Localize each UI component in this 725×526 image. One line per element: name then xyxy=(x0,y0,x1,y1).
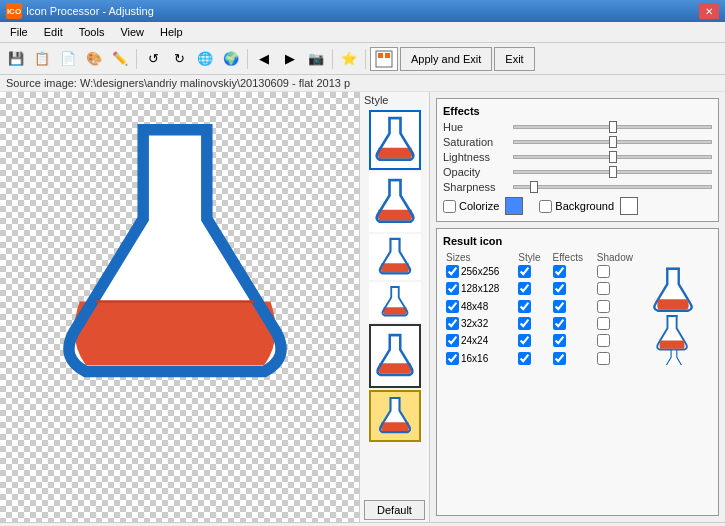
default-button[interactable]: Default xyxy=(364,500,425,520)
result-table: Sizes Style Effects Shadow 256x256 xyxy=(443,251,712,368)
size-256-style[interactable] xyxy=(518,265,531,278)
close-button[interactable]: ✕ xyxy=(699,3,719,19)
star-button[interactable]: ⭐ xyxy=(337,47,361,71)
svg-rect-9 xyxy=(389,335,401,337)
colorize-swatch[interactable] xyxy=(505,197,523,215)
menu-file[interactable]: File xyxy=(4,24,34,40)
flask-preview xyxy=(20,102,330,412)
size-32-shadow[interactable] xyxy=(597,317,610,330)
menu-view[interactable]: View xyxy=(114,24,150,40)
save-button[interactable]: 💾 xyxy=(4,47,28,71)
background-checkbox[interactable] xyxy=(539,200,552,213)
svg-rect-11 xyxy=(666,268,679,270)
right-panel: Effects Hue Saturation Lightness xyxy=(430,92,725,522)
toolbar: 💾 📋 📄 🎨 ✏️ ↺ ↻ 🌐 🌍 ◀ ▶ 📷 ⭐ Apply and Exi… xyxy=(0,43,725,75)
size-128-check[interactable] xyxy=(446,282,459,295)
svg-rect-2 xyxy=(385,53,390,58)
size-24-shadow[interactable] xyxy=(597,334,610,347)
style-thumb-5[interactable] xyxy=(369,324,421,388)
background-swatch[interactable] xyxy=(620,197,638,215)
svg-rect-12 xyxy=(667,315,678,317)
size-48-effects[interactable] xyxy=(553,300,566,313)
separator-3 xyxy=(332,49,333,69)
col-shadow: Shadow xyxy=(594,251,645,264)
app-title: Icon Processor - Adjusting xyxy=(26,5,154,17)
sharpness-slider-track[interactable] xyxy=(513,185,712,189)
opacity-slider-track[interactable] xyxy=(513,170,712,174)
camera-button[interactable]: 📷 xyxy=(304,47,328,71)
exit-button[interactable]: Exit xyxy=(494,47,534,71)
hue-slider-track[interactable] xyxy=(513,125,712,129)
separator-1 xyxy=(136,49,137,69)
web-button[interactable]: 🌍 xyxy=(219,47,243,71)
opacity-row: Opacity xyxy=(443,166,712,178)
style-thumb-3[interactable] xyxy=(369,234,421,280)
size-128-style[interactable] xyxy=(518,282,531,295)
saturation-label: Saturation xyxy=(443,136,513,148)
apply-exit-button[interactable]: Apply and Exit xyxy=(400,47,492,71)
size-256-shadow[interactable] xyxy=(597,265,610,278)
size-16-effects[interactable] xyxy=(553,352,566,365)
size-128-effects[interactable] xyxy=(553,282,566,295)
svg-rect-5 xyxy=(388,118,400,120)
size-24-style[interactable] xyxy=(518,334,531,347)
size-48-check[interactable] xyxy=(446,300,459,313)
rotate-left-button[interactable]: ↺ xyxy=(141,47,165,71)
sharpness-slider-thumb[interactable] xyxy=(530,181,538,193)
hue-label: Hue xyxy=(443,121,513,133)
size-32-check[interactable] xyxy=(446,317,459,330)
size-16-style[interactable] xyxy=(518,352,531,365)
result-table-header: Sizes Style Effects Shadow xyxy=(443,251,712,264)
table-row: 256x256 xyxy=(443,264,712,281)
lightness-slider-thumb[interactable] xyxy=(609,151,617,163)
menu-tools[interactable]: Tools xyxy=(73,24,111,40)
app-icon: ICO xyxy=(6,3,22,19)
color-wheel-button[interactable]: 🎨 xyxy=(82,47,106,71)
saturation-slider-thumb[interactable] xyxy=(609,136,617,148)
style-thumb-4[interactable] xyxy=(369,282,421,322)
opacity-slider-thumb[interactable] xyxy=(609,166,617,178)
size-16-shadow[interactable] xyxy=(597,352,610,365)
style-thumb-2[interactable] xyxy=(369,172,421,232)
hue-slider-thumb[interactable] xyxy=(609,121,617,133)
size-32-effects[interactable] xyxy=(553,317,566,330)
arrow-right-button[interactable]: ▶ xyxy=(278,47,302,71)
effects-title: Effects xyxy=(443,105,712,117)
globe-button[interactable]: 🌐 xyxy=(193,47,217,71)
size-48-style[interactable] xyxy=(518,300,531,313)
rotate-right-button[interactable]: ↻ xyxy=(167,47,191,71)
separator-2 xyxy=(247,49,248,69)
menu-edit[interactable]: Edit xyxy=(38,24,69,40)
lightness-slider-track[interactable] xyxy=(513,155,712,159)
style-panel-label: Style xyxy=(360,92,429,108)
col-sizes: Sizes xyxy=(443,251,515,264)
size-24-effects[interactable] xyxy=(553,334,566,347)
arrow-left-button[interactable]: ◀ xyxy=(252,47,276,71)
saturation-row: Saturation xyxy=(443,136,712,148)
svg-rect-3 xyxy=(139,127,210,135)
svg-rect-6 xyxy=(388,180,400,182)
size-128-shadow[interactable] xyxy=(597,282,610,295)
colorize-checkbox[interactable] xyxy=(443,200,456,213)
style-thumb-6[interactable] xyxy=(369,390,421,442)
size-48-shadow[interactable] xyxy=(597,300,610,313)
icon-preview-button[interactable] xyxy=(370,47,398,71)
size-32-style[interactable] xyxy=(518,317,531,330)
colorize-check-label[interactable]: Colorize xyxy=(443,200,499,213)
saturation-slider-track[interactable] xyxy=(513,140,712,144)
menu-bar: File Edit Tools View Help xyxy=(0,22,725,43)
paste-button[interactable]: 📄 xyxy=(56,47,80,71)
canvas-area xyxy=(0,92,360,522)
pen-button[interactable]: ✏️ xyxy=(108,47,132,71)
main-area: Style xyxy=(0,92,725,522)
title-bar: ICO Icon Processor - Adjusting ✕ xyxy=(0,0,725,22)
style-thumb-1[interactable] xyxy=(369,110,421,170)
size-256-effects[interactable] xyxy=(553,265,566,278)
size-16-check[interactable] xyxy=(446,352,459,365)
background-check-label[interactable]: Background xyxy=(539,200,614,213)
lightness-label: Lightness xyxy=(443,151,513,163)
menu-help[interactable]: Help xyxy=(154,24,189,40)
copy-button[interactable]: 📋 xyxy=(30,47,54,71)
size-256-check[interactable] xyxy=(446,265,459,278)
size-24-check[interactable] xyxy=(446,334,459,347)
